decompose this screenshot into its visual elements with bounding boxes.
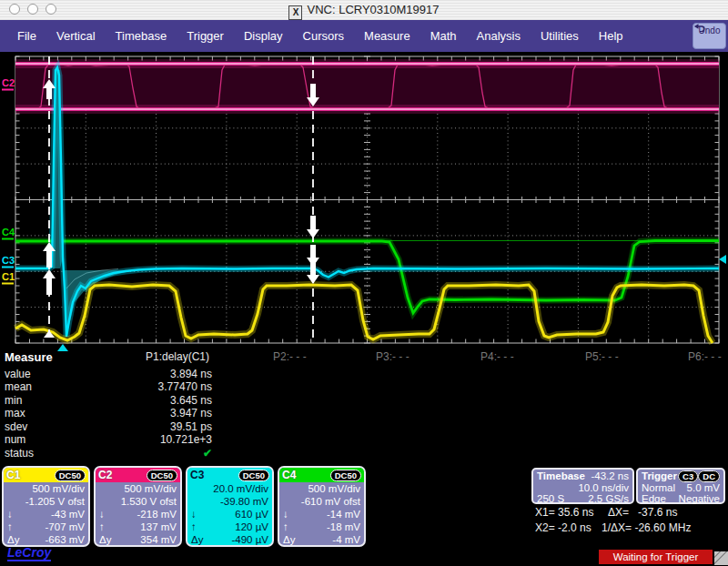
menu-vertical[interactable]: Vertical bbox=[46, 29, 106, 43]
trigger-title: Trigger bbox=[642, 470, 677, 482]
timebase-scale: 10.0 ns/div bbox=[578, 482, 629, 494]
up-arrow-icon: ↑ bbox=[283, 521, 288, 533]
c4-coupling-badge: DC50 bbox=[330, 470, 361, 481]
c3-cursor-delta: -490 µV bbox=[231, 533, 268, 546]
down-arrow-icon: ↓ bbox=[99, 508, 105, 521]
menu-trigger[interactable]: Trigger bbox=[177, 29, 234, 43]
c3-coupling-badge: DC50 bbox=[238, 470, 269, 481]
measure-num-p1: 10.721e+3 bbox=[96, 433, 212, 446]
cursor-down-arrow-c4 bbox=[307, 216, 319, 238]
label-c4: C4 bbox=[2, 227, 15, 238]
trigger-level: 5.0 mV bbox=[687, 482, 720, 494]
up-arrow-icon: ↑ bbox=[99, 521, 105, 533]
delta-y-icon: Δy bbox=[283, 533, 295, 546]
measure-title: Measure bbox=[5, 350, 53, 364]
menu-utilities[interactable]: Utilities bbox=[531, 29, 589, 43]
label-c1: C1 bbox=[2, 271, 15, 282]
measure-value-p1: 3.894 ns bbox=[96, 368, 212, 380]
menu-file[interactable]: File bbox=[7, 29, 46, 43]
menu-measure[interactable]: Measure bbox=[354, 29, 420, 43]
c1-cursor-high: -707 mV bbox=[46, 521, 85, 533]
measure-min-p1: 3.645 ns bbox=[96, 394, 212, 407]
timebase-samples: 250 S bbox=[537, 493, 564, 505]
status-check-icon: ✔ bbox=[96, 447, 223, 460]
measure-label-value: value bbox=[5, 368, 31, 380]
measure-col-p2[interactable]: P2:- - - bbox=[273, 350, 307, 363]
measure-label-num: num bbox=[5, 433, 25, 446]
measure-col-p3[interactable]: P3:- - - bbox=[376, 350, 410, 363]
x11-icon: X bbox=[288, 5, 302, 20]
waveform-display: C2 C4 C3 C1 bbox=[0, 52, 728, 356]
undo-arrow-icon bbox=[693, 24, 706, 32]
menu-display[interactable]: Display bbox=[234, 29, 293, 43]
c2-cursor-low: -218 mV bbox=[137, 508, 177, 521]
measure-col-p6[interactable]: P6:- - - bbox=[688, 350, 722, 363]
c2-cursor-delta: 354 mV bbox=[140, 533, 177, 546]
delta-y-icon: Δy bbox=[7, 533, 19, 546]
c2-coupling-badge: DC50 bbox=[147, 470, 177, 481]
c1-offset: -1.205 V ofst bbox=[4, 495, 88, 508]
down-arrow-icon: ↓ bbox=[191, 508, 197, 521]
channel-box-c1[interactable]: C1 DC50 500 mV/div -1.205 V ofst ↓-43 mV… bbox=[2, 466, 90, 547]
measure-header-row: Measure P1:delay(C1) P2:- - - P3:- - - P… bbox=[0, 350, 728, 363]
trigger-status-badge: Waiting for Trigger bbox=[599, 550, 713, 564]
c2-offset: 1.530 V ofst bbox=[96, 495, 180, 508]
cursor-up-arrow-c3 bbox=[43, 269, 56, 295]
measure-label-mean: mean bbox=[5, 380, 32, 393]
label-c4-marker bbox=[2, 238, 14, 240]
cursor-readout-x1: X1= 35.6 ns bbox=[535, 506, 593, 519]
trigger-box[interactable]: Trigger C3DC Normal5.0 mV EdgeNegative bbox=[636, 468, 725, 504]
channel-box-c2[interactable]: C2 DC50 500 mV/div 1.530 V ofst ↓-218 mV… bbox=[94, 466, 182, 547]
measure-mean-p1: 3.77470 ns bbox=[96, 380, 212, 393]
trace-c2-band bbox=[15, 65, 719, 108]
measure-row-num: num 10.721e+3 bbox=[0, 433, 728, 446]
channel-box-c3[interactable]: C3 DC50 20.0 mV/div -39.80 mV ↓610 µV ↑1… bbox=[186, 466, 274, 547]
measure-max-p1: 3.947 ns bbox=[96, 407, 212, 419]
measure-label-status: status bbox=[5, 447, 34, 460]
menu-bar: File Vertical Timebase Trigger Display C… bbox=[0, 20, 728, 52]
menu-timebase[interactable]: Timebase bbox=[106, 29, 177, 43]
menu-math[interactable]: Math bbox=[420, 29, 467, 43]
window-title: XVNC: LCRY0310M19917 bbox=[0, 3, 728, 20]
c2-cursor-high: 137 mV bbox=[140, 521, 177, 533]
window-titlebar[interactable]: XVNC: LCRY0310M19917 bbox=[0, 0, 728, 21]
measure-label-sdev: sdev bbox=[5, 420, 27, 433]
label-c1-marker bbox=[2, 283, 14, 285]
menu-cursors[interactable]: Cursors bbox=[293, 29, 355, 43]
channel-box-c4[interactable]: C4 DC50 500 mV/div -610 mV ofst ↓-14 mV … bbox=[278, 466, 366, 547]
trigger-slope: Negative bbox=[679, 493, 720, 505]
c3-cursor-high: 120 µV bbox=[235, 521, 268, 533]
c1-name: C1 bbox=[6, 469, 20, 481]
c1-cursor-low: -43 mV bbox=[51, 508, 85, 521]
c4-cursor-high: -18 mV bbox=[327, 521, 360, 533]
trigger-level-marker[interactable] bbox=[719, 255, 726, 264]
cursor-readout-dx: ΔX= -37.6 ns bbox=[608, 506, 677, 519]
trigger-mode: Normal bbox=[642, 482, 675, 494]
resize-handle[interactable] bbox=[714, 551, 728, 565]
cursor-readout-x2: X2= -2.0 ns bbox=[535, 521, 592, 534]
undo-button[interactable]: Undo bbox=[693, 23, 726, 49]
label-c3-marker bbox=[2, 267, 14, 268]
c3-offset: -39.80 mV bbox=[187, 495, 272, 508]
cursor-arrows bbox=[43, 79, 319, 338]
measure-row-status: status ✔ bbox=[0, 447, 728, 460]
down-arrow-icon: ↓ bbox=[7, 508, 13, 521]
measure-col-p4[interactable]: P4:- - - bbox=[480, 350, 514, 363]
delta-y-icon: Δy bbox=[191, 533, 203, 546]
delta-y-icon: Δy bbox=[99, 533, 111, 546]
measure-row-value: value 3.894 ns bbox=[0, 368, 728, 380]
c3-cursor-low: 610 µV bbox=[235, 508, 268, 521]
timebase-title: Timebase bbox=[537, 470, 585, 482]
timebase-offset: -43.2 ns bbox=[591, 470, 629, 482]
measure-col-p5[interactable]: P5:- - - bbox=[585, 350, 619, 363]
menu-analysis[interactable]: Analysis bbox=[467, 29, 531, 43]
c4-scale: 500 mV/div bbox=[279, 482, 364, 495]
measure-label-min: min bbox=[5, 394, 22, 407]
trigger-kind: Edge bbox=[642, 493, 666, 505]
cursor-readout-invdx: 1/ΔX= -26.60 MHz bbox=[602, 521, 691, 534]
c2-name: C2 bbox=[98, 469, 112, 481]
label-c3: C3 bbox=[2, 255, 15, 266]
timebase-box[interactable]: Timebase-43.2 ns 10.0 ns/div 250 S2.5 GS… bbox=[531, 468, 634, 504]
measure-col-p1[interactable]: P1:delay(C1) bbox=[146, 350, 209, 363]
menu-help[interactable]: Help bbox=[589, 29, 633, 43]
